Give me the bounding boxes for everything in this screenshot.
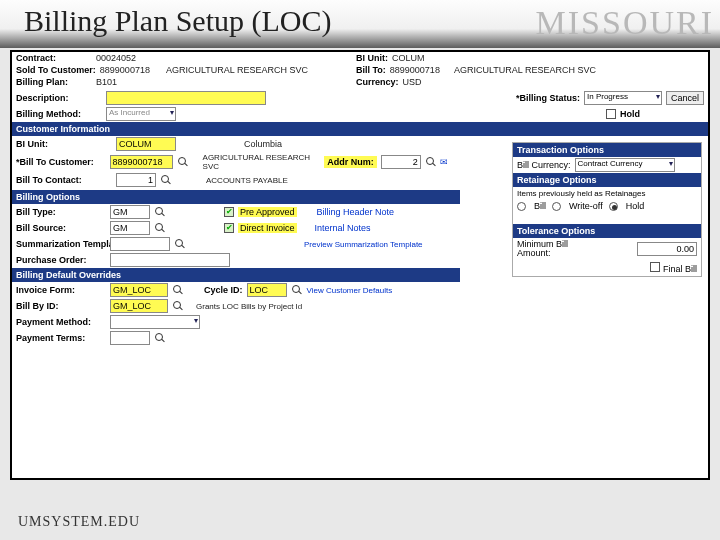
sold-to-name: AGRICULTURAL RESEARCH SVC <box>166 65 308 75</box>
sold-to-label: Sold To Customer: <box>16 65 96 75</box>
pre-approved-label: Pre Approved <box>238 207 297 217</box>
method-label: Billing Method: <box>16 109 102 119</box>
retainage-writeoff-radio[interactable] <box>552 202 561 211</box>
bill-by-label: Bill By ID: <box>16 301 106 311</box>
plan-label: Billing Plan: <box>16 77 68 87</box>
final-bill-label: Final Bill <box>663 264 697 274</box>
right-panels: Transaction Options Bill Currency: Contr… <box>512 142 702 277</box>
bill-source-input[interactable]: GM <box>110 221 150 235</box>
lookup-icon[interactable] <box>174 238 186 250</box>
invoice-form-input[interactable]: GM_LOC <box>110 283 168 297</box>
method-select[interactable]: As Incurred <box>106 107 176 121</box>
pay-method-select[interactable] <box>110 315 200 329</box>
bi-unit-top-value: COLUM <box>392 53 425 63</box>
plan-value: B101 <box>96 77 117 87</box>
bi-unit-top-label: BI Unit: <box>356 53 388 63</box>
retainage-hold-radio[interactable] <box>609 202 618 211</box>
description-input[interactable] <box>106 91 266 105</box>
internal-notes-link[interactable]: Internal Notes <box>315 223 371 233</box>
status-label: *Billing Status: <box>516 93 580 103</box>
bill-type-input[interactable]: GM <box>110 205 150 219</box>
ci-bill-to-label: *Bill To Customer: <box>16 157 106 167</box>
retainage-bill-radio[interactable] <box>517 202 526 211</box>
status-select[interactable]: In Progress <box>584 91 662 105</box>
pay-terms-label: Payment Terms: <box>16 333 106 343</box>
bill-to-top-label: Bill To: <box>356 65 386 75</box>
sold-to-id: 8899000718 <box>100 65 150 75</box>
invoice-form-label: Invoice Form: <box>16 285 106 295</box>
lookup-icon[interactable] <box>172 284 184 296</box>
ci-contact-name: ACCOUNTS PAYABLE <box>206 176 288 185</box>
app-panel: Contract: 00024052 Sold To Customer: 889… <box>10 50 710 480</box>
addr-num-label: Addr Num: <box>324 156 377 168</box>
overrides-header: Billing Default Overrides <box>12 268 460 282</box>
currency-value: USD <box>403 77 422 87</box>
lookup-icon[interactable] <box>154 206 166 218</box>
cancel-button[interactable]: Cancel <box>666 91 704 105</box>
retainage-note: Items previously held as Retainages <box>513 187 701 200</box>
ci-bi-unit-desc: Columbia <box>244 139 282 149</box>
lookup-icon[interactable] <box>160 174 172 186</box>
preview-summ-link[interactable]: Preview Summarization Template <box>304 240 423 249</box>
contract-label: Contract: <box>16 53 56 63</box>
lookup-icon[interactable] <box>425 156 436 168</box>
envelope-icon[interactable]: ✉ <box>440 157 448 167</box>
min-bill-label: Minimum Bill Amount: <box>517 240 587 258</box>
min-bill-input[interactable]: 0.00 <box>637 242 697 256</box>
cycle-id-label: Cycle ID: <box>204 285 243 295</box>
pay-method-label: Payment Method: <box>16 317 106 327</box>
retainage-bill-label: Bill <box>534 201 546 211</box>
direct-invoice-checkbox[interactable] <box>224 223 234 233</box>
tolerance-header: Tolerance Options <box>513 224 701 238</box>
lookup-icon[interactable] <box>177 156 188 168</box>
watermark: MISSOURI <box>536 4 714 42</box>
direct-invoice-label: Direct Invoice <box>238 223 297 233</box>
po-label: Purchase Order: <box>16 255 106 265</box>
header-note-link[interactable]: Billing Header Note <box>317 207 395 217</box>
summ-tmpl-input[interactable] <box>110 237 170 251</box>
retainage-writeoff-label: Write-off <box>569 201 603 211</box>
contract-value: 00024052 <box>96 53 136 63</box>
cycle-id-input[interactable]: LOC <box>247 283 287 297</box>
bill-by-input[interactable]: GM_LOC <box>110 299 168 313</box>
addr-num-input[interactable]: 2 <box>381 155 421 169</box>
description-label: Description: <box>16 93 102 103</box>
lookup-icon[interactable] <box>172 300 184 312</box>
lookup-icon[interactable] <box>291 284 303 296</box>
lookup-icon[interactable] <box>154 222 166 234</box>
bill-type-label: Bill Type: <box>16 207 106 217</box>
bill-curr-select[interactable]: Contract Currency <box>575 158 675 172</box>
pre-approved-checkbox[interactable] <box>224 207 234 217</box>
trans-options-header: Transaction Options <box>513 143 701 157</box>
lookup-icon[interactable] <box>154 332 166 344</box>
ci-bill-to-name: AGRICULTURAL RESEARCH SVC <box>203 153 321 171</box>
ci-bi-unit-input[interactable]: COLUM <box>116 137 176 151</box>
bill-to-top-id: 8899000718 <box>390 65 440 75</box>
ci-contact-input[interactable]: 1 <box>116 173 156 187</box>
retainage-header: Retainage Options <box>513 173 701 187</box>
view-defaults-link[interactable]: View Customer Defaults <box>307 286 393 295</box>
hold-label: Hold <box>620 109 640 119</box>
billing-options-header: Billing Options <box>12 190 460 204</box>
retainage-hold-label: Hold <box>626 201 645 211</box>
bill-source-label: Bill Source: <box>16 223 106 233</box>
ci-contact-label: Bill To Contact: <box>16 175 112 185</box>
bill-to-top-name: AGRICULTURAL RESEARCH SVC <box>454 65 596 75</box>
customer-info-header: Customer Information <box>12 122 708 136</box>
footer-text: UMSYSTEM.EDU <box>18 514 140 530</box>
pay-terms-input[interactable] <box>110 331 150 345</box>
ci-bi-unit-label: BI Unit: <box>16 139 112 149</box>
bill-curr-label: Bill Currency: <box>517 160 571 170</box>
po-input[interactable] <box>110 253 230 267</box>
currency-label: Currency: <box>356 77 399 87</box>
final-bill-checkbox[interactable] <box>650 262 660 272</box>
ci-bill-to-input[interactable]: 8899000718 <box>110 155 174 169</box>
bill-by-desc: Grants LOC Bills by Project Id <box>196 302 302 311</box>
summ-tmpl-label: Summarization Template ID: <box>16 240 106 249</box>
hold-checkbox[interactable] <box>606 109 616 119</box>
